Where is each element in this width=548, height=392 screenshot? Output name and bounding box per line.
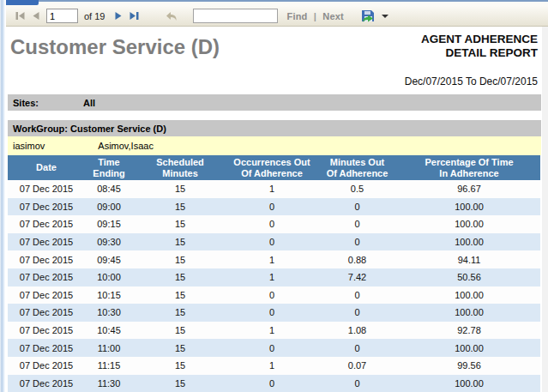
column-header: Minutes OutOf Adherence xyxy=(316,155,398,180)
table-cell: 15 xyxy=(133,375,227,392)
next-link[interactable]: Next xyxy=(322,11,344,21)
first-page-button[interactable] xyxy=(12,9,27,24)
table-cell: 1 xyxy=(227,357,316,375)
table-body: 07 Dec 201508:451510.596.6707 Dec 201509… xyxy=(8,180,540,392)
table-cell: 07 Dec 2015 xyxy=(8,250,85,268)
table-cell: 11:15 xyxy=(85,357,133,375)
previous-page-button[interactable] xyxy=(27,9,43,24)
table-cell: 07 Dec 2015 xyxy=(8,180,85,198)
adherence-table: DateTimeEndingScheduledMinutesOccurrence… xyxy=(8,155,540,392)
content-right-margin xyxy=(542,27,548,392)
table-cell: 0.88 xyxy=(316,250,398,268)
find-link[interactable]: Find xyxy=(286,11,307,21)
table-cell: 07 Dec 2015 xyxy=(8,233,85,251)
table-cell: 15 xyxy=(133,357,227,375)
browser-tab-fragment xyxy=(3,0,39,5)
sites-label: Sites: xyxy=(13,98,39,108)
table-row: 07 Dec 201511:301500100.00 xyxy=(8,375,540,392)
table-cell: 15 xyxy=(133,180,227,198)
table-cell: 15 xyxy=(133,304,227,322)
table-cell: 10:45 xyxy=(85,322,133,340)
table-cell: 15 xyxy=(133,250,227,268)
table-row: 07 Dec 201510:001517.4250.56 xyxy=(8,268,540,286)
table-cell: 15 xyxy=(133,215,227,233)
table-cell: 0 xyxy=(316,375,398,392)
table-cell: 100.00 xyxy=(398,339,540,357)
table-row: 07 Dec 201509:001500100.00 xyxy=(8,198,540,216)
table-cell: 15 xyxy=(133,233,227,251)
column-header: ScheduledMinutes xyxy=(133,155,227,180)
table-row: 07 Dec 201509:301500100.00 xyxy=(8,233,540,251)
next-page-icon xyxy=(114,11,123,21)
workgroup-bar: WorkGroup: Customer Service (D) xyxy=(8,120,541,136)
find-next-links: Find | Next xyxy=(286,11,343,21)
report-header: Customer Service (D) AGENT ADHERENCE DET… xyxy=(8,27,541,94)
table-cell: 100.00 xyxy=(398,198,540,216)
column-header: Percentage Of TimeIn Adherence xyxy=(398,155,540,180)
table-row: 07 Dec 201509:151500100.00 xyxy=(8,215,540,233)
window-top-strip xyxy=(0,0,548,6)
last-page-button[interactable] xyxy=(126,9,142,24)
table-cell: 7.42 xyxy=(316,268,398,286)
window-left-border xyxy=(0,0,6,392)
table-row: 07 Dec 201510:451511.0892.78 xyxy=(8,322,540,340)
table-cell: 15 xyxy=(133,322,227,340)
table-cell: 100.00 xyxy=(398,233,540,251)
table-row: 07 Dec 201509:451510.8894.11 xyxy=(8,250,540,268)
workgroup-label: WorkGroup: Customer Service (D) xyxy=(13,124,166,134)
table-cell: 1 xyxy=(227,322,316,340)
table-row: 07 Dec 201508:451510.596.67 xyxy=(8,180,540,198)
page-count-label: of 19 xyxy=(84,11,105,21)
table-cell: 11:00 xyxy=(85,339,133,357)
table-cell: 0 xyxy=(316,233,398,251)
report-toolbar: of 19 Find | Next xyxy=(0,6,548,27)
window-top-edge xyxy=(0,0,548,2)
previous-page-icon xyxy=(31,11,40,21)
table-cell: 15 xyxy=(133,268,227,286)
table-cell: 10:30 xyxy=(85,304,133,322)
table-cell: 0 xyxy=(316,304,398,322)
page-number-input[interactable] xyxy=(46,9,78,23)
table-cell: 0 xyxy=(316,198,398,216)
table-cell: 15 xyxy=(133,198,227,216)
table-cell: 99.56 xyxy=(398,357,540,375)
table-cell: 1 xyxy=(227,268,316,286)
report-title: Customer Service (D) xyxy=(10,31,220,63)
search-input[interactable] xyxy=(193,9,278,23)
table-header: DateTimeEndingScheduledMinutesOccurrence… xyxy=(8,155,540,180)
table-cell: 0 xyxy=(227,304,316,322)
table-cell: 07 Dec 2015 xyxy=(8,375,85,392)
parent-report-button[interactable] xyxy=(164,9,179,24)
table-cell: 0 xyxy=(316,215,398,233)
table-cell: 07 Dec 2015 xyxy=(8,339,85,357)
table-cell: 100.00 xyxy=(398,286,540,305)
table-cell: 100.00 xyxy=(398,215,540,233)
sites-bar: Sites: All xyxy=(8,94,541,111)
table-cell: 100.00 xyxy=(398,375,540,392)
table-cell: 0.5 xyxy=(316,180,398,198)
next-page-button[interactable] xyxy=(111,9,126,24)
table-cell: 09:00 xyxy=(85,198,133,216)
table-cell: 07 Dec 2015 xyxy=(8,357,85,375)
table-cell: 09:30 xyxy=(85,233,133,251)
report-name-line1: AGENT ADHERENCE xyxy=(421,33,538,46)
table-cell: 10:15 xyxy=(85,286,133,305)
table-cell: 15 xyxy=(133,286,227,305)
table-row: 07 Dec 201511:151510.0799.56 xyxy=(8,357,540,375)
export-dropdown-caret[interactable] xyxy=(382,15,388,18)
table-cell: 07 Dec 2015 xyxy=(8,215,85,233)
back-arrow-icon xyxy=(166,11,178,21)
table-cell: 94.11 xyxy=(398,250,540,268)
table-cell: 07 Dec 2015 xyxy=(8,286,85,305)
export-button[interactable] xyxy=(361,9,388,22)
table-cell: 100.00 xyxy=(398,304,540,322)
last-page-icon xyxy=(129,11,140,21)
find-next-separator: | xyxy=(314,11,316,21)
table-row: 07 Dec 201511:001500100.00 xyxy=(8,339,540,357)
column-header: Date xyxy=(8,155,85,180)
table-cell: 07 Dec 2015 xyxy=(8,322,85,340)
table-cell: 07 Dec 2015 xyxy=(8,198,85,216)
table-cell: 07 Dec 2015 xyxy=(8,304,85,322)
table-cell: 50.56 xyxy=(398,268,540,286)
export-save-icon xyxy=(361,9,376,22)
